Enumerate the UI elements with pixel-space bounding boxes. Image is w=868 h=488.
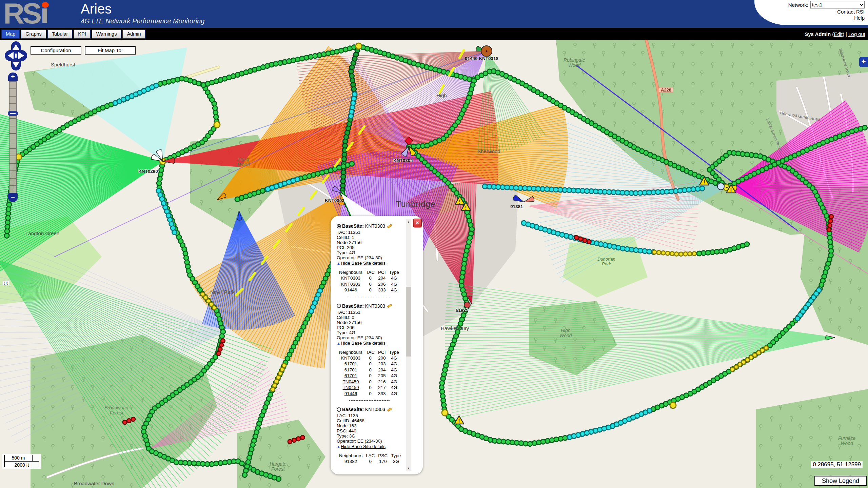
zoom-in-button[interactable]: + [8, 73, 18, 81]
help-link[interactable]: Help [837, 15, 865, 21]
table-row: TN045902164G [337, 379, 401, 385]
configuration-button[interactable]: Configuration [31, 46, 81, 55]
popup-content: BaseSite:KNT0303TAC: 11351CellID: 1Node … [337, 219, 404, 471]
basesite-value: KNT0303 [365, 223, 385, 229]
neighbours-table: NeighboursTACPCITypeKNT030302044GKNT0303… [337, 269, 401, 293]
tab-kpi[interactable]: KPI [74, 29, 90, 39]
site-field: Operator: EE (234-30) [337, 335, 404, 340]
contact-rsi-link[interactable]: Contact RSI [837, 9, 865, 15]
popup-close-button[interactable]: × [413, 219, 422, 227]
scroll-up-icon[interactable]: ▲ [406, 220, 411, 224]
tab-tabular[interactable]: Tabular [47, 29, 73, 39]
neighbour-link[interactable]: 61701 [344, 367, 357, 372]
map-viewport[interactable]: !!!!! KNT0290KNT0303KNT030491446 KNT0318… [0, 40, 868, 488]
app-header: RS Aries 4G LTE Network Performance Moni… [0, 0, 868, 28]
popup-scrollbar[interactable]: ▲ ▼ [406, 219, 411, 471]
site-field: PSC: 440 [337, 428, 404, 433]
table-header: Type [388, 349, 401, 355]
collapse-caret-icon: ▲ [337, 261, 340, 265]
table-header: LAC [364, 453, 376, 459]
logo-i-letter [42, 1, 47, 26]
user-name: Sys Admin [805, 31, 831, 37]
hide-details-toggle: ▲Hide Base Site details [337, 444, 404, 450]
site-field: CellID: 46458 [337, 418, 404, 423]
tab-map[interactable]: Map [1, 29, 20, 39]
edit-pencil-icon[interactable] [387, 303, 393, 308]
svg-text:!: ! [465, 205, 467, 211]
scale-imperial: 2000 ft [4, 461, 39, 467]
neighbours-table: NeighboursTACPCITypeKNT030302004G6170102… [337, 349, 401, 397]
table-row: TN045902174G [337, 385, 401, 391]
hide-details-link[interactable]: Hide Base Site details [341, 261, 386, 266]
logout-link[interactable]: Log out [848, 31, 865, 37]
edit-pencil-icon[interactable] [387, 407, 393, 412]
table-row: KNT030302004G [337, 355, 401, 361]
basesite-label: BaseSite: [342, 303, 364, 309]
table-header: Neighbours [337, 349, 364, 355]
zoom-slider-track[interactable] [9, 81, 17, 193]
zoom-control: + − [8, 73, 18, 202]
main-tabbar: MapGraphsTabularKPIWarningsAdmin Sys Adm… [0, 28, 868, 40]
table-row: 6170102054G [337, 373, 401, 379]
fit-map-to-button[interactable]: Fit Map To: [85, 46, 136, 55]
scroll-down-icon[interactable]: ▼ [406, 467, 411, 470]
edit-pencil-icon[interactable] [387, 224, 393, 229]
hide-details-link[interactable]: Hide Base Site details [341, 341, 386, 346]
svg-text:!: ! [730, 187, 732, 193]
svg-text:!: ! [703, 180, 705, 185]
basesite-radio[interactable] [337, 407, 341, 412]
separator: | [846, 31, 847, 37]
neighbour-link[interactable]: 61701 [344, 373, 357, 378]
basesite-section: BaseSite:KNT0303TAC: 11351CellID: 0Node … [337, 303, 404, 403]
neighbour-link[interactable]: 91446 [344, 287, 357, 292]
neighbour-link[interactable]: KNT0303 [341, 355, 360, 361]
svg-text:!: ! [458, 419, 460, 424]
table-header: PSC [376, 453, 389, 459]
neighbour-link[interactable]: 91446 [344, 391, 357, 396]
show-legend-button[interactable]: Show Legend [814, 476, 867, 486]
table-header: Type [389, 453, 402, 459]
site-field: Node 27156 [337, 240, 404, 245]
site-field: TAC: 11351 [337, 230, 404, 235]
table-header: Neighbours [337, 453, 364, 459]
neighbour-link[interactable]: KNT0303 [341, 276, 360, 281]
site-field: CellID: 0 [337, 315, 404, 320]
scrollbar-thumb[interactable] [406, 287, 411, 357]
logo-letters: RS [3, 1, 40, 26]
hide-details-link[interactable]: Hide Base Site details [341, 444, 386, 449]
layer-switcher-button[interactable]: + [859, 57, 868, 67]
network-select[interactable]: test1 [810, 1, 865, 8]
network-row: Network: test1 [788, 1, 865, 8]
table-header: TAC [364, 349, 376, 355]
section-separator: ------------------------- [349, 294, 404, 299]
hide-details-toggle: ▲Hide Base Site details [337, 340, 404, 346]
tab-warnings[interactable]: Warnings [92, 29, 121, 39]
tab-graphs[interactable]: Graphs [21, 29, 46, 39]
app-subtitle: 4G LTE Network Performance Monitoring [81, 17, 204, 25]
pan-control[interactable] [5, 41, 27, 74]
tabs: MapGraphsTabularKPIWarningsAdmin [0, 29, 145, 39]
neighbour-link[interactable]: KNT0303 [341, 282, 360, 287]
zoom-slider-handle[interactable] [8, 111, 18, 116]
table-header: PCI [376, 349, 388, 355]
site-field: Operator: EE (234-30) [337, 439, 404, 444]
site-field: LAC: 1135 [337, 413, 404, 418]
basesite-section: BaseSite:KNT0303TAC: 11351CellID: 1Node … [337, 223, 404, 299]
scale-bar: 500 m 2000 ft [2, 454, 41, 469]
basesite-radio[interactable] [337, 304, 341, 308]
neighbour-link[interactable]: 61701 [344, 361, 357, 366]
table-row: 9144603334G [337, 287, 401, 293]
mouse-coordinates: 0.28695, 51.12599 [811, 461, 863, 468]
edit-link[interactable]: Edit [834, 31, 843, 37]
zoom-out-button[interactable]: − [8, 193, 18, 202]
neighbour-link[interactable]: TN0459 [343, 379, 359, 384]
site-field: Type: 4G [337, 250, 404, 255]
table-header: TAC [364, 269, 376, 275]
tab-admin[interactable]: Admin [122, 29, 145, 39]
table-header: Neighbours [337, 269, 364, 275]
neighbour-link[interactable]: TN0459 [343, 385, 359, 390]
basesite-radio[interactable] [337, 224, 341, 228]
header-links: Contact RSI Help [837, 9, 865, 21]
site-field: TAC: 11351 [337, 310, 404, 315]
site-field: Operator: EE (234-30) [337, 255, 404, 260]
